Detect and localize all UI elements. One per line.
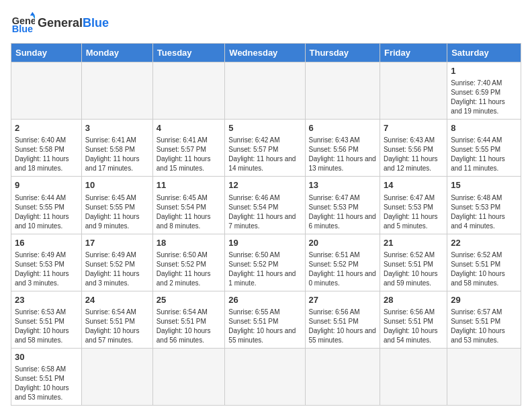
calendar-cell	[447, 348, 521, 405]
weekday-header-monday: Monday	[81, 44, 152, 62]
calendar-cell: 28Sunrise: 6:56 AM Sunset: 5:51 PM Dayli…	[380, 291, 447, 348]
day-info: Sunrise: 6:54 AM Sunset: 5:51 PM Dayligh…	[157, 308, 222, 345]
day-info: Sunrise: 6:58 AM Sunset: 5:51 PM Dayligh…	[15, 365, 78, 402]
day-info: Sunrise: 6:57 AM Sunset: 5:51 PM Dayligh…	[451, 308, 517, 345]
weekday-header-row: SundayMondayTuesdayWednesdayThursdayFrid…	[11, 44, 521, 62]
logo-blue: Blue	[83, 16, 109, 30]
day-number: 28	[384, 294, 443, 306]
week-row-5: 30Sunrise: 6:58 AM Sunset: 5:51 PM Dayli…	[11, 348, 521, 405]
day-info: Sunrise: 6:50 AM Sunset: 5:52 PM Dayligh…	[157, 250, 222, 288]
calendar-cell: 24Sunrise: 6:54 AM Sunset: 5:51 PM Dayli…	[81, 291, 152, 348]
day-number: 7	[384, 122, 443, 134]
day-number: 11	[157, 179, 222, 191]
weekday-header-friday: Friday	[380, 44, 447, 62]
day-number: 27	[309, 294, 376, 306]
day-number: 13	[309, 179, 376, 191]
calendar-cell: 22Sunrise: 6:52 AM Sunset: 5:51 PM Dayli…	[447, 234, 521, 291]
weekday-header-saturday: Saturday	[447, 44, 521, 62]
calendar-cell: 15Sunrise: 6:48 AM Sunset: 5:53 PM Dayli…	[447, 177, 521, 234]
day-number: 19	[228, 237, 301, 249]
calendar-cell	[81, 62, 152, 120]
day-info: Sunrise: 6:49 AM Sunset: 5:53 PM Dayligh…	[15, 250, 78, 288]
day-number: 12	[228, 179, 301, 191]
weekday-header-sunday: Sunday	[11, 44, 82, 62]
calendar-cell: 23Sunrise: 6:53 AM Sunset: 5:51 PM Dayli…	[11, 291, 82, 348]
day-info: Sunrise: 6:43 AM Sunset: 5:56 PM Dayligh…	[384, 136, 443, 173]
calendar-cell: 9Sunrise: 6:44 AM Sunset: 5:55 PM Daylig…	[11, 177, 82, 234]
calendar-cell: 4Sunrise: 6:41 AM Sunset: 5:57 PM Daylig…	[152, 120, 225, 177]
day-number: 21	[384, 237, 443, 249]
day-number: 30	[15, 351, 78, 363]
calendar-cell	[225, 62, 305, 120]
day-number: 10	[85, 179, 149, 191]
logo: General Blue GeneralBlue	[11, 11, 109, 35]
calendar-cell	[81, 348, 152, 405]
day-info: Sunrise: 6:54 AM Sunset: 5:51 PM Dayligh…	[85, 308, 149, 345]
calendar-cell: 2Sunrise: 6:40 AM Sunset: 5:58 PM Daylig…	[11, 120, 82, 177]
day-info: Sunrise: 6:55 AM Sunset: 5:51 PM Dayligh…	[228, 308, 301, 345]
day-number: 25	[157, 294, 222, 306]
calendar-cell: 19Sunrise: 6:50 AM Sunset: 5:52 PM Dayli…	[225, 234, 305, 291]
day-number: 3	[85, 122, 149, 134]
calendar-cell	[225, 348, 305, 405]
day-info: Sunrise: 6:41 AM Sunset: 5:57 PM Dayligh…	[157, 136, 222, 173]
calendar-cell	[305, 348, 380, 405]
day-info: Sunrise: 6:41 AM Sunset: 5:58 PM Dayligh…	[85, 136, 149, 173]
day-info: Sunrise: 6:43 AM Sunset: 5:56 PM Dayligh…	[309, 136, 376, 173]
day-number: 23	[15, 294, 78, 306]
calendar-cell: 27Sunrise: 6:56 AM Sunset: 5:51 PM Dayli…	[305, 291, 380, 348]
weekday-header-thursday: Thursday	[305, 44, 380, 62]
day-info: Sunrise: 6:48 AM Sunset: 5:53 PM Dayligh…	[451, 193, 517, 231]
page-header: General Blue GeneralBlue	[11, 11, 521, 35]
calendar-cell: 14Sunrise: 6:47 AM Sunset: 5:53 PM Dayli…	[380, 177, 447, 234]
day-info: Sunrise: 6:52 AM Sunset: 5:51 PM Dayligh…	[384, 250, 443, 288]
day-number: 17	[85, 237, 149, 249]
day-number: 4	[157, 122, 222, 134]
day-info: Sunrise: 7:40 AM Sunset: 6:59 PM Dayligh…	[451, 79, 517, 116]
svg-marker-2	[30, 12, 35, 15]
calendar-cell: 10Sunrise: 6:45 AM Sunset: 5:55 PM Dayli…	[81, 177, 152, 234]
day-number: 20	[309, 237, 376, 249]
day-number: 8	[451, 122, 517, 134]
day-number: 18	[157, 237, 222, 249]
calendar-cell: 21Sunrise: 6:52 AM Sunset: 5:51 PM Dayli…	[380, 234, 447, 291]
calendar-table: SundayMondayTuesdayWednesdayThursdayFrid…	[11, 43, 521, 406]
calendar-cell: 26Sunrise: 6:55 AM Sunset: 5:51 PM Dayli…	[225, 291, 305, 348]
calendar-cell: 13Sunrise: 6:47 AM Sunset: 5:53 PM Dayli…	[305, 177, 380, 234]
day-info: Sunrise: 6:42 AM Sunset: 5:57 PM Dayligh…	[228, 136, 301, 173]
calendar-cell	[380, 348, 447, 405]
day-info: Sunrise: 6:45 AM Sunset: 5:54 PM Dayligh…	[157, 193, 222, 231]
day-info: Sunrise: 6:49 AM Sunset: 5:52 PM Dayligh…	[85, 250, 149, 288]
day-number: 9	[15, 179, 78, 191]
day-info: Sunrise: 6:50 AM Sunset: 5:52 PM Dayligh…	[228, 250, 301, 288]
day-number: 16	[15, 237, 78, 249]
day-number: 5	[228, 122, 301, 134]
calendar-cell: 20Sunrise: 6:51 AM Sunset: 5:52 PM Dayli…	[305, 234, 380, 291]
calendar-cell	[380, 62, 447, 120]
svg-text:Blue: Blue	[12, 24, 33, 34]
day-number: 6	[309, 122, 376, 134]
day-info: Sunrise: 6:46 AM Sunset: 5:54 PM Dayligh…	[228, 193, 301, 231]
day-info: Sunrise: 6:51 AM Sunset: 5:52 PM Dayligh…	[309, 250, 376, 288]
day-number: 2	[15, 122, 78, 134]
calendar-cell: 11Sunrise: 6:45 AM Sunset: 5:54 PM Dayli…	[152, 177, 225, 234]
calendar-cell: 17Sunrise: 6:49 AM Sunset: 5:52 PM Dayli…	[81, 234, 152, 291]
day-number: 24	[85, 294, 149, 306]
week-row-4: 23Sunrise: 6:53 AM Sunset: 5:51 PM Dayli…	[11, 291, 521, 348]
day-number: 1	[451, 65, 517, 77]
calendar-cell: 25Sunrise: 6:54 AM Sunset: 5:51 PM Dayli…	[152, 291, 225, 348]
calendar-cell: 6Sunrise: 6:43 AM Sunset: 5:56 PM Daylig…	[305, 120, 380, 177]
calendar-cell: 18Sunrise: 6:50 AM Sunset: 5:52 PM Dayli…	[152, 234, 225, 291]
day-number: 29	[451, 294, 517, 306]
calendar-cell: 1Sunrise: 7:40 AM Sunset: 6:59 PM Daylig…	[447, 62, 521, 120]
day-info: Sunrise: 6:56 AM Sunset: 5:51 PM Dayligh…	[384, 308, 443, 345]
calendar-cell: 3Sunrise: 6:41 AM Sunset: 5:58 PM Daylig…	[81, 120, 152, 177]
calendar-cell: 29Sunrise: 6:57 AM Sunset: 5:51 PM Dayli…	[447, 291, 521, 348]
week-row-1: 2Sunrise: 6:40 AM Sunset: 5:58 PM Daylig…	[11, 120, 521, 177]
day-info: Sunrise: 6:45 AM Sunset: 5:55 PM Dayligh…	[85, 193, 149, 231]
week-row-2: 9Sunrise: 6:44 AM Sunset: 5:55 PM Daylig…	[11, 177, 521, 234]
day-info: Sunrise: 6:53 AM Sunset: 5:51 PM Dayligh…	[15, 308, 78, 345]
weekday-header-tuesday: Tuesday	[152, 44, 225, 62]
calendar-cell	[152, 62, 225, 120]
weekday-header-wednesday: Wednesday	[225, 44, 305, 62]
